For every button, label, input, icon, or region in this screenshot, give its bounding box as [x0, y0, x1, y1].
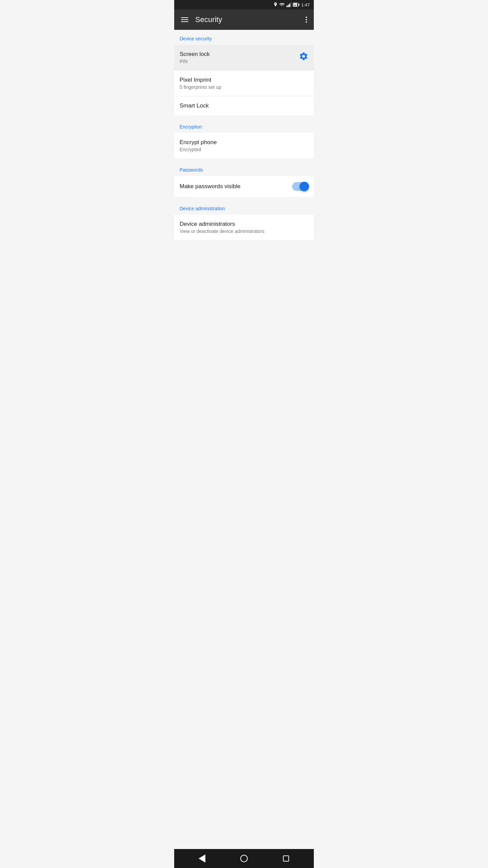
svg-rect-0 — [286, 6, 287, 7]
svg-rect-1 — [288, 5, 289, 7]
make-passwords-visible-title: Make passwords visible — [180, 183, 241, 190]
settings-item-make-passwords-visible[interactable]: Make passwords visible — [174, 176, 314, 197]
settings-item-pixel-imprint[interactable]: Pixel Imprint 5 fingerprints set up — [174, 71, 314, 96]
encrypt-phone-title: Encrypt phone — [180, 139, 217, 146]
status-time: 1:47 — [301, 2, 310, 7]
section-header-device-security: Device security — [174, 30, 314, 45]
svg-rect-5 — [299, 4, 300, 6]
section-header-encryption: Encryption — [174, 118, 314, 133]
passwords-visible-toggle[interactable] — [292, 182, 308, 191]
svg-rect-2 — [289, 4, 290, 7]
nav-bar — [174, 849, 314, 868]
recents-button[interactable] — [278, 850, 294, 867]
pixel-imprint-title: Pixel Imprint — [180, 77, 221, 83]
device-administrators-subtitle: View or deactivate device administrators — [180, 229, 264, 234]
page-title: Security — [195, 15, 299, 24]
section-header-device-administration: Device administration — [174, 200, 314, 215]
more-options-button[interactable] — [304, 15, 308, 24]
battery-icon: 74 — [293, 3, 300, 7]
status-bar: 74 1:47 — [174, 0, 314, 9]
smart-lock-text: Smart Lock — [180, 102, 209, 109]
device-administrators-title: Device administrators — [180, 221, 264, 228]
svg-text:74: 74 — [293, 4, 296, 6]
settings-item-encrypt-phone[interactable]: Encrypt phone Encrypted — [174, 133, 314, 158]
location-icon — [273, 2, 278, 7]
screen-lock-gear-icon[interactable] — [299, 52, 308, 63]
settings-item-smart-lock[interactable]: Smart Lock — [174, 96, 314, 115]
menu-button[interactable] — [180, 16, 190, 23]
svg-rect-3 — [290, 2, 291, 7]
toolbar: Security — [174, 9, 314, 30]
signal-icon — [286, 2, 291, 7]
back-icon — [199, 854, 205, 863]
spacer-4 — [174, 240, 314, 243]
back-button[interactable] — [194, 850, 210, 867]
home-button[interactable] — [236, 850, 252, 867]
settings-item-device-administrators[interactable]: Device administrators View or deactivate… — [174, 215, 314, 240]
status-icons: 74 1:47 — [273, 2, 310, 7]
screen-lock-text: Screen lock PIN — [180, 51, 210, 64]
device-administrators-text: Device administrators View or deactivate… — [180, 221, 264, 234]
settings-content: Device security Screen lock PIN Pixel Im… — [174, 30, 314, 849]
home-icon — [240, 855, 248, 862]
recents-icon — [283, 855, 289, 862]
wifi-icon — [279, 3, 285, 7]
screen-lock-subtitle: PIN — [180, 59, 210, 64]
section-header-passwords: Passwords — [174, 161, 314, 176]
encrypt-phone-subtitle: Encrypted — [180, 147, 217, 152]
screen-lock-title: Screen lock — [180, 51, 210, 58]
pixel-imprint-subtitle: 5 fingerprints set up — [180, 84, 221, 90]
make-passwords-visible-text: Make passwords visible — [180, 183, 241, 190]
settings-item-screen-lock[interactable]: Screen lock PIN — [174, 45, 314, 71]
spacer-2 — [174, 158, 314, 161]
smart-lock-title: Smart Lock — [180, 102, 209, 109]
spacer-1 — [174, 115, 314, 118]
pixel-imprint-text: Pixel Imprint 5 fingerprints set up — [180, 77, 221, 90]
spacer-3 — [174, 197, 314, 200]
encrypt-phone-text: Encrypt phone Encrypted — [180, 139, 217, 152]
